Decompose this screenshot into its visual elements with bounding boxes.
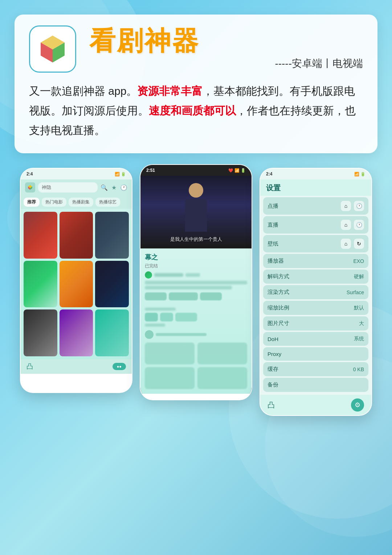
settings-value-cache: 0 KB [353,366,364,372]
settings-list: 点播 ⌂ 🕐 直播 ⌂ 🕐 壁纸 [260,197,371,392]
center-status-bar: 2:51 ❤️ 📶 🔋 [140,165,252,176]
blurred-label [145,308,176,311]
history-icon-2[interactable]: 🕐 [354,220,364,230]
settings-value-decode: 硬解 [354,274,364,280]
settings-item-scale[interactable]: 缩放比例 默认 [263,301,368,315]
center-status-icons: ❤️ 📶 🔋 [228,168,246,173]
movie-thumb-5[interactable] [60,261,93,308]
movie-thumb-2[interactable] [60,212,93,259]
tab-recommend[interactable]: 推荐 [24,198,40,207]
movie-thumb-4[interactable] [24,261,57,308]
search-actions: 🔍 ★ 🕐 [101,184,127,191]
source-dot [145,271,152,279]
right-bottom-bar: 凸 ⚙ [260,395,371,415]
blurred-info-1 [145,281,247,284]
settings-item-doh[interactable]: DoH 系统 [263,332,368,346]
history-icon-1[interactable]: 🕐 [354,201,364,211]
bottom-nav-icon[interactable]: 凸 [26,362,33,371]
settings-label-scale: 缩放比例 [268,304,289,311]
video-subtitle: 是我人生中的第一个贵人 [170,236,222,243]
favorite-icon[interactable]: ★ [111,184,117,191]
person-figure [181,183,211,238]
episode-card-4[interactable] [197,367,247,389]
settings-label-render: 渲染方式 [268,289,289,296]
search-text: 神隐 [42,185,51,190]
tag-3 [200,292,222,300]
tag-row [145,292,247,300]
home-icon-2[interactable]: ⌂ [341,220,351,230]
settings-value-imgsize: 大 [359,320,364,327]
settings-value-player: EXO [353,258,364,264]
movie-thumb-8[interactable] [60,309,93,356]
settings-item-backup[interactable]: 备份 [263,378,368,392]
tab-dramas[interactable]: 热播剧集 [69,198,93,207]
right-time: 2:4 [266,171,272,177]
settings-icons-live: ⌂ 🕐 [341,220,364,230]
app-logo-small [25,182,35,193]
highlight-1: 资源非常丰富 [137,85,203,97]
movie-thumb-9[interactable] [95,309,129,356]
refresh-icon[interactable]: ↻ [354,239,364,249]
right-phone-content: 2:4 📶 🔋 设置 点播 ⌂ 🕐 [260,169,371,415]
app-title: 看剧神器 [89,28,363,54]
settings-label-cache: 缓存 [268,366,278,373]
movie-thumb-7[interactable] [24,309,57,356]
gear-button[interactable]: ⚙ [351,398,364,412]
movie-thumb-6[interactable] [95,261,129,308]
home-icon-1[interactable]: ⌂ [341,201,351,211]
right-status-bar: 2:4 📶 🔋 [260,169,371,179]
center-time: 2:51 [146,168,155,173]
settings-label-doh: DoH [268,336,278,342]
category-tabs: 推荐 热门电影 热播剧集 热播综艺 [21,195,132,209]
left-phone-content: 2:4 📶 🔋 神隐 🔍 ★ [21,169,132,374]
settings-label-imgsize: 图片尺寸 [268,320,289,327]
bottom-nav-icon-right[interactable]: 凸 [268,400,275,410]
settings-item-player[interactable]: 播放器 EXO [263,254,368,268]
settings-label-backup: 备份 [268,381,278,388]
movie-thumb-3[interactable] [95,212,129,259]
settings-icons-vod: ⌂ 🕐 [341,201,364,211]
tag-1 [145,292,167,300]
movie-grid [21,209,132,359]
settings-item-cache[interactable]: 缓存 0 KB [263,362,368,376]
blurred-info-2 [145,286,232,289]
settings-item-decode[interactable]: 解码方式 硬解 [263,270,368,284]
left-phone-mockup: 2:4 📶 🔋 神隐 🔍 ★ [20,168,132,393]
settings-label-live: 直播 [268,222,278,228]
app-icon-wrapper [29,25,76,73]
search-icon[interactable]: 🔍 [101,184,108,191]
highlight-2: 速度和画质都可以 [149,105,236,117]
settings-label-proxy: Proxy [268,351,281,357]
settings-item-wallpaper[interactable]: 壁纸 ⌂ ↻ [263,235,368,252]
settings-item-proxy[interactable]: Proxy [263,347,368,361]
settings-item-live[interactable]: 直播 ⌂ 🕐 [263,216,368,234]
right-phone-mockup: 2:4 📶 🔋 设置 点播 ⌂ 🕐 [260,168,372,416]
episode-card-2[interactable] [197,343,247,364]
home-icon-3[interactable]: ⌂ [341,239,351,249]
episode-card-1[interactable] [145,343,195,364]
search-bar-row: 神隐 🔍 ★ 🕐 [21,179,132,195]
settings-item-vod[interactable]: 点播 ⌂ 🕐 [263,197,368,215]
left-bottom-bar: 凸 ●● [21,359,132,374]
right-status-icons: 📶 🔋 [354,172,366,177]
left-time: 2:4 [26,171,33,177]
settings-icons-wallpaper: ⌂ ↻ [341,239,364,249]
tab-variety[interactable]: 热播综艺 [95,198,120,207]
app-header: 看剧神器 -----安卓端丨电视端 [29,25,363,73]
left-status-bar: 2:4 📶 🔋 [21,169,132,179]
bottom-toggle[interactable]: ●● [113,363,126,370]
detail-content: 幕之 已完结 [140,248,252,394]
settings-label-vod: 点播 [268,203,278,210]
settings-item-render[interactable]: 渲染方式 Surface [263,285,368,299]
movie-thumb-1[interactable] [24,212,57,259]
app-cube-icon [36,33,69,65]
search-input[interactable]: 神隐 [38,182,98,193]
episode-card-3[interactable] [145,367,195,389]
settings-item-imgsize[interactable]: 图片尺寸 大 [263,316,368,331]
top-info-card: 看剧神器 -----安卓端丨电视端 又一款追剧神器 app。资源非常丰富，基本都… [15,15,377,153]
settings-label-player: 播放器 [268,258,284,264]
history-icon[interactable]: 🕐 [120,184,127,191]
tab-movies[interactable]: 热门电影 [42,198,66,207]
tag-2 [169,292,198,300]
center-phone-mockup: 2:51 ❤️ 📶 🔋 [140,164,252,400]
